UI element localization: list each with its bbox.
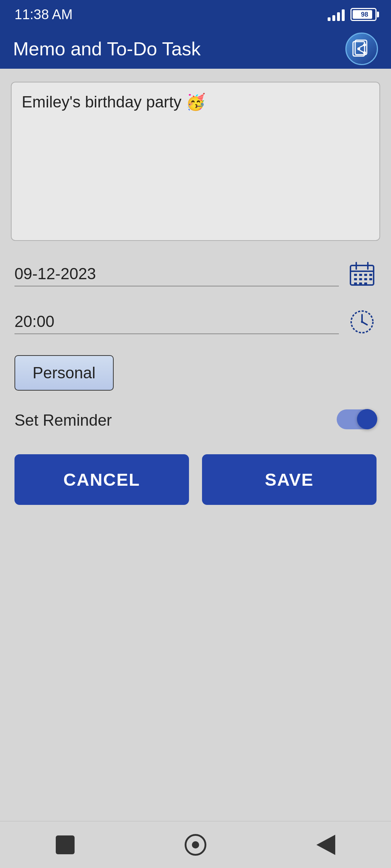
back-button[interactable]	[311, 830, 340, 859]
app-icon-button[interactable]	[345, 33, 378, 65]
reminder-row: Set Reminder	[11, 409, 380, 431]
svg-rect-12	[369, 274, 372, 276]
calendar-icon-button[interactable]	[348, 260, 377, 289]
svg-rect-10	[359, 274, 362, 276]
recent-apps-button[interactable]	[51, 830, 80, 859]
date-row	[11, 260, 380, 289]
svg-point-4	[363, 51, 366, 54]
reminder-label: Set Reminder	[14, 411, 337, 429]
status-icons: 98	[328, 8, 377, 21]
memo-textarea[interactable]: Emiley's birthday party 🥳	[11, 82, 380, 241]
back-icon	[316, 835, 335, 855]
svg-point-2	[357, 47, 360, 50]
action-buttons: CANCEL SAVE	[11, 454, 380, 505]
category-row: Personal	[11, 355, 380, 391]
svg-rect-19	[364, 282, 367, 285]
svg-rect-14	[359, 278, 362, 280]
time-input[interactable]	[14, 310, 339, 334]
category-button[interactable]: Personal	[14, 355, 114, 391]
status-bar: 11:38 AM 98	[0, 0, 391, 29]
main-content: Emiley's birthday party 🥳	[0, 69, 391, 518]
reminder-toggle[interactable]	[337, 409, 377, 431]
toggle-track	[337, 409, 377, 429]
recent-apps-icon	[56, 835, 75, 854]
toggle-thumb	[357, 409, 377, 429]
app-header: Memo and To-Do Task	[0, 29, 391, 69]
svg-rect-13	[354, 278, 357, 280]
home-button[interactable]	[181, 830, 210, 859]
svg-rect-9	[354, 274, 357, 276]
svg-rect-11	[364, 274, 367, 276]
share-icon	[352, 39, 372, 59]
calendar-icon	[349, 261, 375, 287]
home-icon	[185, 834, 206, 856]
battery-icon: 98	[350, 8, 377, 21]
svg-rect-15	[364, 278, 367, 280]
save-button[interactable]: SAVE	[202, 454, 377, 505]
nav-bar	[0, 821, 391, 868]
cancel-button[interactable]: CANCEL	[14, 454, 189, 505]
form-section: Personal Set Reminder CANCEL SAVE	[11, 260, 380, 505]
svg-line-23	[362, 322, 367, 325]
svg-rect-18	[359, 282, 362, 285]
clock-icon	[349, 309, 375, 335]
signal-icon	[328, 8, 345, 21]
svg-rect-16	[369, 278, 372, 280]
time-row	[11, 307, 380, 336]
date-input[interactable]	[14, 262, 339, 286]
svg-rect-17	[354, 282, 357, 285]
svg-point-3	[363, 43, 366, 46]
status-time: 11:38 AM	[14, 7, 73, 22]
app-title: Memo and To-Do Task	[13, 38, 201, 60]
clock-icon-button[interactable]	[348, 307, 377, 336]
